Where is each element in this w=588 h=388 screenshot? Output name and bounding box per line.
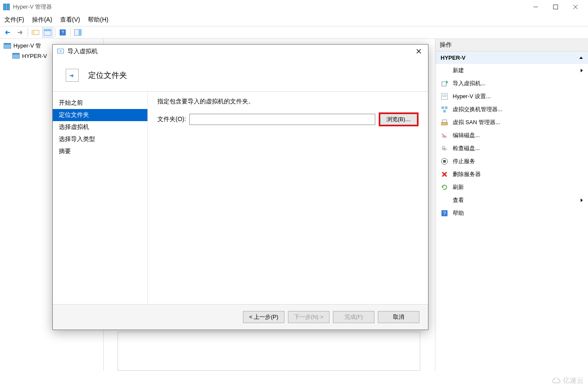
svg-text:?: ? [443,211,446,216]
show-action-pane-button[interactable] [72,27,83,38]
cloud-icon [552,378,561,385]
refresh-icon [441,183,448,191]
dialog-footer: < 上一步(P) 下一步(N) > 完成(F) 取消 [53,305,428,330]
dialog-close-button[interactable]: ✕ [413,47,424,56]
svg-rect-15 [4,43,11,45]
svg-rect-31 [443,160,446,163]
dialog-icon [57,48,65,55]
menu-bar: 文件(F) 操作(A) 查看(V) 帮助(H) [0,14,588,26]
inspect-disk-icon [441,144,448,152]
action-label: 检查磁盘... [453,144,480,152]
window-controls [526,0,585,14]
nav-locate-folder[interactable]: 定位文件夹 [53,109,147,121]
svg-rect-13 [79,29,81,35]
action-label: 虚拟 SAN 管理器... [453,119,500,126]
svg-rect-7 [32,30,35,35]
svg-text:?: ? [61,30,64,35]
finish-button[interactable]: 完成(F) [333,311,374,323]
chevron-right-icon [581,69,583,72]
tree-server-label: HYPER-V [22,53,47,59]
action-hyperv-settings[interactable]: Hyper-V 设置... [435,90,588,103]
cancel-button[interactable]: 取消 [378,311,419,323]
actions-server-label: HYPER-V [441,55,466,61]
hyperv-manager-icon [3,42,11,49]
browse-highlight: 浏览(B)… [379,112,419,126]
svg-rect-9 [44,29,51,31]
svg-rect-26 [442,120,447,122]
delete-icon [441,170,448,178]
folder-field-row: 文件夹(O): 浏览(B)… [157,112,419,126]
blank-icon [441,67,448,74]
show-hide-tree-button[interactable] [30,27,41,38]
menu-action[interactable]: 操作(A) [32,16,52,24]
action-vswitch-manager[interactable]: 虚拟交换机管理器... [435,103,588,116]
chevron-up-icon [579,57,583,59]
folder-input[interactable] [189,114,375,125]
next-button[interactable]: 下一步(N) > [288,311,329,323]
app-title: Hyper-V 管理器 [13,3,52,11]
menu-help[interactable]: 帮助(H) [88,16,108,24]
help-button[interactable]: ? [57,27,68,38]
maximize-button[interactable] [546,0,566,14]
watermark: 亿速云 [552,376,584,385]
nav-before-begin[interactable]: 开始之前 [53,97,147,109]
actions-panel: 操作 HYPER-V 新建 导入虚拟机... Hyper-V 设置... [435,39,588,371]
watermark-text: 亿速云 [563,376,584,385]
dialog-title: 导入虚拟机 [67,48,98,55]
dialog-title-bar: 导入虚拟机 ✕ [53,45,428,58]
server-icon [12,52,20,59]
actions-body: HYPER-V 新建 导入虚拟机... Hyper-V 设置... 虚拟交换机管… [435,51,588,220]
action-refresh[interactable]: 刷新 [435,181,588,194]
action-import-vm[interactable]: 导入虚拟机... [435,77,588,90]
dialog-nav: 开始之前 定位文件夹 选择虚拟机 选择导入类型 摘要 [53,92,148,304]
forward-button[interactable] [15,27,26,38]
dialog-header: 定位文件夹 [53,58,428,91]
separator [28,28,28,37]
separator [70,28,70,37]
tree-root-label: Hyper-V 管 [13,42,41,50]
dialog-step-title: 定位文件夹 [88,70,127,80]
action-label: 编辑磁盘... [453,131,480,139]
content-description: 指定包含要导入的虚拟机的文件夹。 [157,98,419,106]
chevron-right-icon [581,199,583,202]
action-new[interactable]: 新建 [435,64,588,77]
edit-disk-icon [441,131,448,139]
minimize-button[interactable] [526,0,546,14]
vsan-icon [441,119,448,126]
nav-import-type[interactable]: 选择导入类型 [53,133,147,145]
svg-rect-23 [445,106,447,109]
menu-file[interactable]: 文件(F) [4,16,24,24]
nav-summary[interactable]: 摘要 [53,145,147,157]
separator [55,28,55,37]
action-help[interactable]: ? 帮助 [435,207,588,220]
locate-folder-icon [66,69,79,82]
action-inspect-disk[interactable]: 检查磁盘... [435,142,588,155]
prev-button[interactable]: < 上一步(P) [243,311,284,323]
toolbar: ? [0,26,588,39]
svg-rect-24 [443,110,446,112]
hyperv-icon [3,3,10,11]
blank-icon [441,196,448,204]
action-vsan-manager[interactable]: 虚拟 SAN 管理器... [435,116,588,129]
actions-server-head[interactable]: HYPER-V [435,51,588,64]
action-label: 删除服务器 [453,170,481,178]
action-stop-service[interactable]: 停止服务 [435,155,588,168]
action-view[interactable]: 查看 [435,194,588,207]
action-edit-disk[interactable]: 编辑磁盘... [435,129,588,142]
action-label: Hyper-V 设置... [453,93,491,100]
nav-select-vm[interactable]: 选择虚拟机 [53,121,147,133]
dialog-content: 指定包含要导入的虚拟机的文件夹。 文件夹(O): 浏览(B)… [148,92,428,304]
dialog-body: 开始之前 定位文件夹 选择虚拟机 选择导入类型 摘要 指定包含要导入的虚拟机的文… [53,91,428,305]
browse-button[interactable]: 浏览(B)… [380,114,417,125]
properties-button[interactable] [42,27,53,38]
svg-rect-25 [441,122,447,125]
actions-header: 操作 [435,39,588,51]
action-label: 新建 [453,67,464,74]
action-label: 帮助 [453,209,464,217]
action-remove-server[interactable]: 删除服务器 [435,168,588,181]
help-icon: ? [441,209,448,217]
back-button[interactable] [3,27,14,38]
import-vm-dialog: 导入虚拟机 ✕ 定位文件夹 开始之前 定位文件夹 选择虚拟机 选择导入类型 摘要… [52,44,428,330]
close-button[interactable] [566,0,585,14]
menu-view[interactable]: 查看(V) [60,16,80,24]
